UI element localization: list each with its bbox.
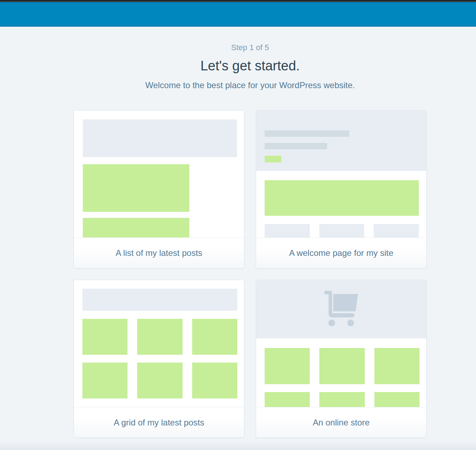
mock-banner-block [265,180,419,216]
site-preview-grid [74,280,244,407]
option-card-grid-of-latest-posts[interactable]: A grid of my latest posts [74,280,244,438]
mock-columns [265,224,419,237]
page-title: Let's get started. [74,57,427,74]
option-card-welcome-page[interactable]: A welcome page for my site [256,110,427,268]
mock-post-tile [192,363,237,398]
mock-column [265,224,310,237]
masthead [0,2,476,27]
mock-post-tile [137,319,182,355]
mock-column [319,224,364,237]
site-preview-welcome [256,111,426,237]
mock-product-tile [319,348,364,384]
mock-post-tile [137,363,182,398]
option-label: A welcome page for my site [256,237,426,268]
mock-header-block [82,289,237,311]
site-preview-store [256,280,426,407]
cart-icon [324,291,358,328]
signup-wizard: Step 1 of 5 Let's get started. Welcome t… [74,43,427,438]
page-subtitle: Welcome to the best place for your WordP… [74,80,427,91]
mock-post-block [83,164,189,212]
page-bottom-fade [0,441,476,450]
option-label: A list of my latest posts [74,237,244,268]
mock-store-hero [256,280,426,338]
mock-button [265,156,281,162]
mock-header-block [83,119,237,157]
step-indicator: Step 1 of 5 [74,43,427,52]
mock-product-row [265,348,420,384]
mock-product-tile [265,348,310,384]
mock-post-tile [192,319,237,355]
mock-text-line [265,143,327,149]
option-label: A grid of my latest posts [74,407,244,438]
option-label: An online store [256,407,426,438]
mock-column [374,224,419,237]
mock-hero-section [256,111,426,171]
mock-grid-row [82,319,237,355]
mock-product-tile [374,392,420,407]
mock-post-tile [82,319,128,355]
mock-product-row [265,392,420,407]
mock-product-tile [265,392,310,407]
option-card-online-store[interactable]: An online store [256,280,427,438]
site-type-options: A list of my latest posts A welcome page… [74,110,427,438]
option-card-list-of-latest-posts[interactable]: A list of my latest posts [74,110,244,268]
mock-text-line [265,130,349,137]
mock-post-block [83,218,189,237]
mock-product-tile [374,348,420,384]
mock-grid-row [82,363,237,398]
mock-post-tile [82,363,128,398]
mock-product-tile [319,392,364,407]
site-preview-list [74,111,244,237]
